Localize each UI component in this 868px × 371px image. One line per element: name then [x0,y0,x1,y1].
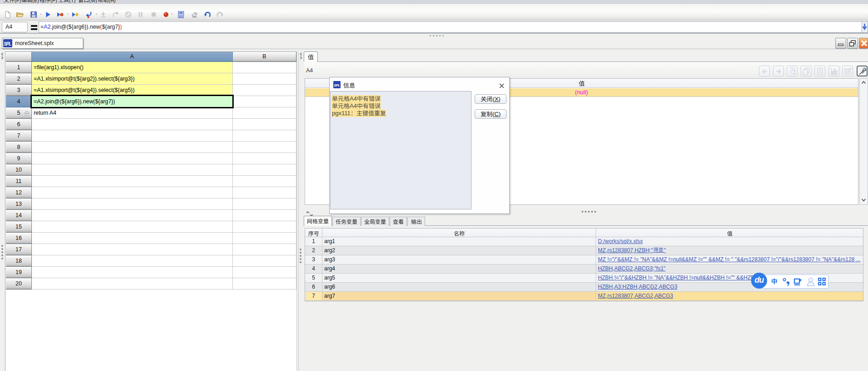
svg-text:SPL: SPL [4,41,11,46]
svg-text:SPL: SPL [334,83,340,87]
